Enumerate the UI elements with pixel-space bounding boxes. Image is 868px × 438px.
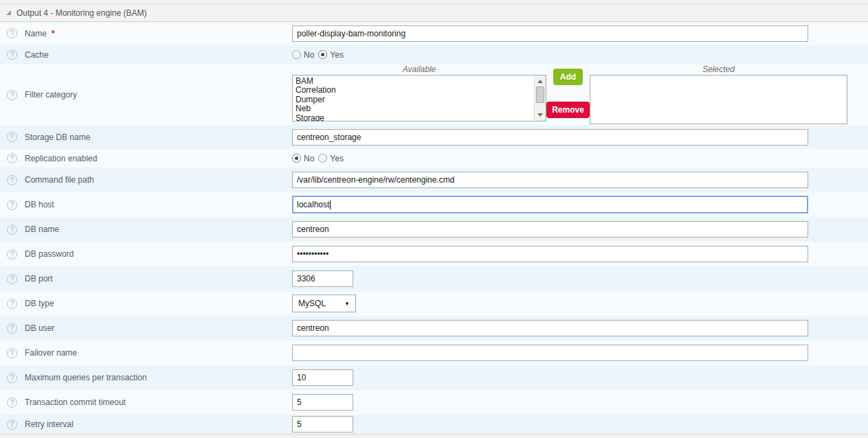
list-item[interactable]: Correlation [293,86,546,95]
form-row-transaction-commit-timeout: ? Transaction commit timeout [0,390,868,415]
field-label: DB password [25,249,74,259]
form-row-command-file-path: ? Command file path [0,168,868,192]
field-label: Command file path [25,175,94,185]
help-icon[interactable]: ? [7,419,17,430]
form-row-db-user: ? DB user [0,316,868,341]
help-icon[interactable]: ? [7,249,17,260]
remove-button[interactable]: Remove [546,102,590,118]
field-label: DB host [25,200,54,209]
cache-radio-yes[interactable]: Yes [318,50,344,60]
next-section-strip [0,434,868,438]
form-row-retry-interval: ? Retry interval [0,415,868,434]
help-icon[interactable]: ? [7,132,17,142]
text-cursor [330,200,331,209]
cache-radio-no[interactable]: No [292,50,314,60]
section-header[interactable]: Output 4 - Monitoring engine (BAM) [0,4,868,22]
failover-name-input[interactable] [292,345,808,361]
field-label: Filter category [25,90,77,100]
form-row-name: ? Name * [0,22,868,45]
field-label: Retry interval [25,419,74,429]
field-label: DB user [25,323,54,333]
db-user-input[interactable] [292,320,808,336]
add-button[interactable]: Add [553,69,583,85]
form-row-cache: ? Cache No Yes [0,45,868,65]
list-item[interactable]: Storage [293,114,546,122]
radio-icon [318,154,327,163]
radio-icon [292,154,301,163]
help-icon[interactable]: ? [7,323,17,334]
radio-icon [318,50,327,59]
db-port-input[interactable] [292,270,353,287]
selected-list[interactable] [590,75,847,124]
selected-label: Selected [590,65,847,74]
cache-radio-group: No Yes [292,50,344,60]
db-type-select[interactable]: MySQL ▼ [292,295,356,312]
max-queries-input[interactable] [292,369,353,386]
replication-radio-no[interactable]: No [292,154,314,163]
help-icon[interactable]: ? [7,397,17,408]
help-icon[interactable]: ? [7,90,17,100]
help-icon[interactable]: ? [7,299,17,309]
help-icon[interactable]: ? [7,348,17,358]
list-item[interactable]: Neb [293,104,546,113]
db-host-value: localhost [297,200,329,209]
help-icon[interactable]: ? [7,373,17,383]
form-row-failover-name: ? Failover name [0,341,868,365]
db-password-input[interactable] [292,246,808,262]
db-host-input[interactable]: localhost [292,196,808,214]
help-icon[interactable]: ? [7,49,17,60]
radio-icon [292,50,301,59]
form-row-db-type: ? DB type MySQL ▼ [0,291,868,316]
help-icon[interactable]: ? [7,175,17,185]
db-name-input[interactable] [292,221,808,238]
help-icon[interactable]: ? [7,274,17,284]
field-label: Failover name [25,348,77,358]
available-list[interactable]: BAM Correlation Dumper Neb Storage [292,75,546,122]
field-label: Transaction commit timeout [25,397,126,407]
form-row-db-host: ? DB host localhost [0,192,868,217]
help-icon[interactable]: ? [7,200,17,210]
field-label: Replication enabled [25,154,97,163]
list-item[interactable]: BAM [293,76,546,86]
collapse-triangle-icon [5,10,12,16]
field-label: Maximum queries per transaction [25,373,146,382]
help-icon[interactable]: ? [7,28,17,38]
form-row-max-queries: ? Maximum queries per transaction [0,365,868,390]
help-icon[interactable]: ? [7,153,17,163]
form-row-db-password: ? DB password [0,242,868,266]
chevron-down-icon: ▼ [344,301,350,307]
form-row-db-port: ? DB port [0,266,868,291]
form-row-storage-db-name: ? Storage DB name [0,125,868,149]
field-label: DB name [25,224,59,234]
form-row-filter-category: ? Filter category Available BAM Correlat… [0,65,868,125]
form-row-replication-enabled: ? Replication enabled No Yes [0,149,868,168]
scroll-down-icon[interactable] [535,110,546,120]
field-label: DB port [25,274,53,284]
required-asterisk: * [52,29,55,38]
scroll-up-icon[interactable] [535,76,546,87]
help-icon[interactable]: ? [7,224,17,235]
field-label: Storage DB name [25,132,90,142]
name-input[interactable] [292,25,808,42]
field-label: DB type [25,299,54,308]
command-file-path-input[interactable] [292,172,808,188]
retry-interval-input[interactable] [292,416,353,433]
replication-radio-group: No Yes [292,154,344,163]
available-label: Available [292,65,546,74]
form-row-db-name: ? DB name [0,217,868,242]
storage-db-name-input[interactable] [292,129,808,146]
db-type-value: MySQL [298,299,326,308]
scrollbar-thumb[interactable] [536,87,544,103]
list-item[interactable]: Dumper [293,95,546,104]
field-label: Name [25,29,47,38]
section-title: Output 4 - Monitoring engine (BAM) [16,8,146,18]
field-label: Cache [25,50,49,60]
scrollbar[interactable] [534,76,546,121]
replication-radio-yes[interactable]: Yes [318,154,344,163]
transaction-commit-timeout-input[interactable] [292,394,353,411]
